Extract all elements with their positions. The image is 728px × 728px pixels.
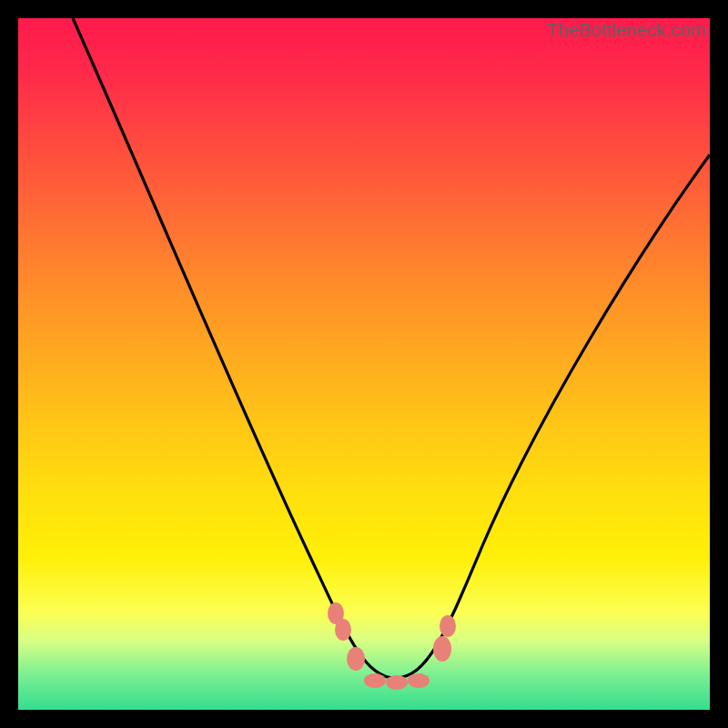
curve-layer [18, 18, 710, 710]
watermark-text: TheBottleneck.com [547, 20, 706, 41]
marker-8 [440, 615, 456, 637]
bottleneck-curve [73, 18, 710, 678]
marker-3 [347, 647, 365, 671]
marker-6 [408, 673, 430, 688]
chart-frame [18, 18, 710, 710]
marker-2 [335, 619, 351, 641]
marker-4 [364, 673, 386, 688]
marker-7 [433, 636, 451, 662]
curve-markers [328, 602, 456, 690]
marker-5 [386, 675, 408, 690]
